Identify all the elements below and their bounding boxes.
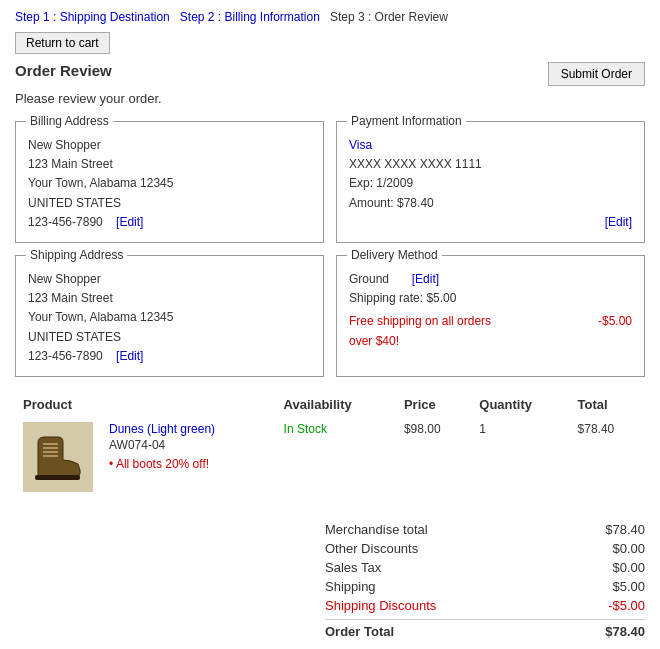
col-availability: Availability xyxy=(276,392,396,417)
totals-sales-tax-row: Sales Tax $0.00 xyxy=(325,558,645,577)
submit-order-top-button[interactable]: Submit Order xyxy=(548,62,645,86)
shipping-country: UNITED STATES xyxy=(28,328,311,347)
delivery-method-name: Ground xyxy=(349,270,389,289)
totals-order-total-value: $78.40 xyxy=(605,624,645,639)
product-total: $78.40 xyxy=(570,417,645,500)
delivery-ground-row: Ground [Edit] xyxy=(349,270,632,289)
payment-amount: Amount: $78.40 xyxy=(349,194,632,213)
product-image-cell xyxy=(15,417,101,500)
delivery-free-shipping-note: Free shipping on all orders over $40! xyxy=(349,312,509,350)
totals-other-discounts-row: Other Discounts $0.00 xyxy=(325,539,645,558)
delivery-method-title: Delivery Method xyxy=(347,248,442,262)
billing-address-title: Billing Address xyxy=(26,114,113,128)
billing-address-content: New Shopper 123 Main Street Your Town, A… xyxy=(28,136,311,232)
col-product: Product xyxy=(15,392,276,417)
shipping-phone: 123-456-7890 xyxy=(28,349,103,363)
intro-text: Please review your order. xyxy=(15,91,645,106)
header-row: Order Review Submit Order xyxy=(15,62,645,86)
totals-section: Merchandise total $78.40 Other Discounts… xyxy=(325,520,645,641)
delivery-rate: Shipping rate: $5.00 xyxy=(349,289,632,308)
shipping-phone-row: 123-456-7890 [Edit] xyxy=(28,347,311,366)
totals-shipping-row: Shipping $5.00 xyxy=(325,577,645,596)
payment-info-title: Payment Information xyxy=(347,114,466,128)
breadcrumb: Step 1 : Shipping Destination Step 2 : B… xyxy=(15,10,645,24)
product-availability: In Stock xyxy=(276,417,396,500)
col-total: Total xyxy=(570,392,645,417)
shipping-name: New Shopper xyxy=(28,270,311,289)
payment-info-box: Payment Information Visa XXXX XXXX XXXX … xyxy=(336,121,645,243)
totals-sales-tax-label: Sales Tax xyxy=(325,560,381,575)
delivery-method-box: Delivery Method Ground [Edit] Shipping r… xyxy=(336,255,645,377)
shipping-edit-link[interactable]: [Edit] xyxy=(116,349,143,363)
delivery-discount-amount: -$5.00 xyxy=(598,312,632,331)
breadcrumb-step3: Step 3 : Order Review xyxy=(330,10,448,24)
shipping-city-state: Your Town, Alabama 12345 xyxy=(28,308,311,327)
return-to-cart-button[interactable]: Return to cart xyxy=(15,32,110,54)
shipping-street: 123 Main Street xyxy=(28,289,311,308)
shipping-address-content: New Shopper 123 Main Street Your Town, A… xyxy=(28,270,311,366)
shipping-address-title: Shipping Address xyxy=(26,248,127,262)
totals-merchandise-row: Merchandise total $78.40 xyxy=(325,520,645,539)
product-quantity: 1 xyxy=(471,417,569,500)
billing-city-state: Your Town, Alabama 12345 xyxy=(28,174,311,193)
totals-shipping-discounts-row: Shipping Discounts -$5.00 xyxy=(325,596,645,615)
col-price: Price xyxy=(396,392,471,417)
product-image xyxy=(23,422,93,492)
payment-edit-link[interactable]: [Edit] xyxy=(605,215,632,229)
totals-other-discounts-label: Other Discounts xyxy=(325,541,418,556)
billing-address-box: Billing Address New Shopper 123 Main Str… xyxy=(15,121,324,243)
info-grid: Billing Address New Shopper 123 Main Str… xyxy=(15,121,645,377)
payment-card-number: XXXX XXXX XXXX 1111 xyxy=(349,155,632,174)
totals-shipping-discounts-label: Shipping Discounts xyxy=(325,598,436,613)
payment-expiry: Exp: 1/2009 xyxy=(349,174,632,193)
payment-card-type: Visa xyxy=(349,136,632,155)
totals-shipping-discounts-value: -$5.00 xyxy=(608,598,645,613)
product-promo: All boots 20% off! xyxy=(109,457,268,471)
product-price: $98.00 xyxy=(396,417,471,500)
billing-phone-row: 123-456-7890 [Edit] xyxy=(28,213,311,232)
totals-other-discounts-value: $0.00 xyxy=(612,541,645,556)
svg-rect-1 xyxy=(35,475,80,480)
breadcrumb-step2[interactable]: Step 2 : Billing Information xyxy=(180,10,320,24)
delivery-method-content: Ground [Edit] Shipping rate: $5.00 Free … xyxy=(349,270,632,351)
breadcrumb-step1[interactable]: Step 1 : Shipping Destination xyxy=(15,10,170,24)
billing-street: 123 Main Street xyxy=(28,155,311,174)
payment-info-content: Visa XXXX XXXX XXXX 1111 Exp: 1/2009 Amo… xyxy=(349,136,632,232)
payment-edit-row: [Edit] xyxy=(349,213,632,232)
delivery-free-shipping-row: Free shipping on all orders over $40! -$… xyxy=(349,312,632,350)
shipping-address-box: Shipping Address New Shopper 123 Main St… xyxy=(15,255,324,377)
totals-shipping-value: $5.00 xyxy=(612,579,645,594)
totals-order-total-label: Order Total xyxy=(325,624,394,639)
billing-name: New Shopper xyxy=(28,136,311,155)
delivery-edit-link[interactable]: [Edit] xyxy=(412,270,439,289)
totals-order-total-row: Order Total $78.40 xyxy=(325,619,645,641)
table-row: Dunes (Light green) AW074-04 All boots 2… xyxy=(15,417,645,500)
billing-edit-link[interactable]: [Edit] xyxy=(116,215,143,229)
product-name-link[interactable]: Dunes (Light green) xyxy=(109,422,268,436)
totals-merchandise-value: $78.40 xyxy=(605,522,645,537)
totals-merchandise-label: Merchandise total xyxy=(325,522,428,537)
totals-shipping-label: Shipping xyxy=(325,579,376,594)
product-table: Product Availability Price Quantity Tota… xyxy=(15,392,645,500)
billing-phone: 123-456-7890 xyxy=(28,215,103,229)
page-title: Order Review xyxy=(15,62,112,79)
product-sku: AW074-04 xyxy=(109,438,268,452)
billing-country: UNITED STATES xyxy=(28,194,311,213)
col-quantity: Quantity xyxy=(471,392,569,417)
totals-sales-tax-value: $0.00 xyxy=(612,560,645,575)
product-details-cell: Dunes (Light green) AW074-04 All boots 2… xyxy=(101,417,276,500)
bottom-buttons: Previous Submit Order xyxy=(15,641,645,649)
